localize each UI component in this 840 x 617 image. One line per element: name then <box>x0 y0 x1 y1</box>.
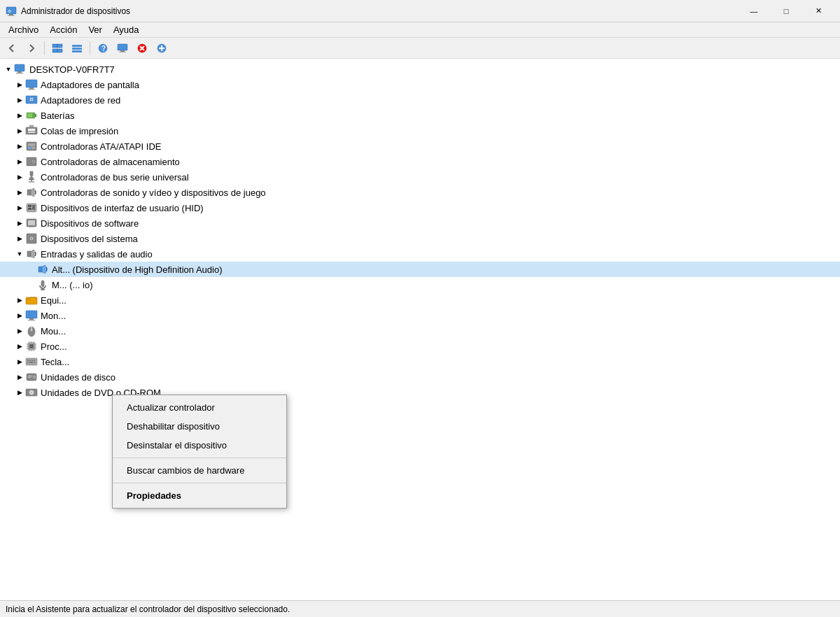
context-menu-separator-1 <box>113 458 286 458</box>
svg-rect-13 <box>118 44 127 50</box>
title-bar-controls: — □ ✕ <box>738 0 834 22</box>
item-icon <box>25 325 38 337</box>
expand-icon[interactable]: ▶ <box>14 156 25 167</box>
svg-rect-48 <box>29 181 34 183</box>
tree-item-procesadores[interactable]: ▶ <box>0 339 840 354</box>
expand-icon[interactable] <box>25 264 36 275</box>
context-menu-item-deshabilitar[interactable]: Deshabilitar dispositivo <box>113 417 286 436</box>
expand-icon[interactable]: ▶ <box>14 310 25 321</box>
context-menu-item-propiedades[interactable]: Propiedades <box>113 486 286 505</box>
tree-item-altavoz[interactable]: Alt... (Dispositivo de High Definition A… <box>0 262 840 277</box>
svg-rect-4 <box>52 44 57 48</box>
context-menu-item-actualizar[interactable]: Actualizar controlador <box>113 398 286 417</box>
tree-container[interactable]: ▼ DESKTOP-V0FR7T7 ▶ <box>0 59 840 600</box>
tree-item-controladoras-sonido[interactable]: ▶ Controladoras de sonido y vídeo y disp… <box>0 185 840 200</box>
svg-rect-34 <box>27 113 32 118</box>
context-menu-item-desinstalar[interactable]: Desinstalar el dispositivo <box>113 436 286 455</box>
root-expand-icon[interactable]: ▼ <box>3 64 14 75</box>
menu-item-ver[interactable]: Ver <box>83 23 108 36</box>
expand-icon[interactable]: ▶ <box>14 125 25 136</box>
item-icon <box>25 125 38 137</box>
minimize-button[interactable]: — <box>738 0 770 22</box>
menu-item-accion[interactable]: Acción <box>44 23 83 36</box>
expand-icon[interactable]: ▶ <box>14 341 25 352</box>
scan-button[interactable] <box>153 40 171 57</box>
tree-item-dispositivos-sistema[interactable]: ▶ Dispositivos del sistema <box>0 231 840 246</box>
expand-icon[interactable]: ▶ <box>14 387 25 398</box>
tree-item-unidades-disco[interactable]: ▶ Unidades de disco <box>0 369 840 385</box>
svg-rect-93 <box>34 360 35 361</box>
svg-text:?: ? <box>102 45 106 52</box>
tree-root[interactable]: ▼ DESKTOP-V0FR7T7 <box>0 62 840 77</box>
svg-rect-2 <box>8 15 15 16</box>
tree-item-controladoras-ata[interactable]: ▶ Controladoras ATA/ATAPI IDE <box>0 139 840 154</box>
tree-item-dispositivos-software[interactable]: ▶ Dispositivos de software <box>0 215 840 231</box>
expand-icon[interactable]: ▶ <box>14 295 25 306</box>
title-bar-icon: ⚙ <box>6 6 17 17</box>
expand-icon[interactable]: ▶ <box>14 141 25 152</box>
tree-item-monitores[interactable]: ▶ Mon... <box>0 308 840 323</box>
back-button[interactable] <box>3 40 21 57</box>
tree-item-microfono[interactable]: M... (... io) <box>0 277 840 292</box>
item-icon <box>36 278 49 291</box>
tree-item-adaptadores-pantalla[interactable]: ▶ Adaptadores de pantalla <box>0 77 840 92</box>
computer-button[interactable] <box>113 40 132 57</box>
item-icon <box>25 186 38 199</box>
svg-rect-94 <box>27 362 29 363</box>
svg-rect-8 <box>72 45 82 47</box>
item-icon <box>25 78 38 91</box>
item-icon <box>25 309 38 322</box>
item-label: Adaptadores de pantalla <box>41 80 139 90</box>
menu-item-archivo[interactable]: Archivo <box>3 23 44 36</box>
tree-item-equipo[interactable]: ▶ Equi... <box>0 292 840 308</box>
tree-item-mouse[interactable]: ▶ Mou... <box>0 323 840 339</box>
item-label: Dispositivos de interfaz de usuario (HID… <box>41 203 204 213</box>
tree-item-adaptadores-red[interactable]: ▶ Adaptadores de red <box>0 92 840 108</box>
context-menu-item-buscar[interactable]: Buscar cambios de hardware <box>113 461 286 480</box>
item-label: Proc... <box>41 341 67 352</box>
menu-item-ayuda[interactable]: Ayuda <box>108 23 145 36</box>
tree-item-controladoras-almacenamiento[interactable]: ▶ Controladoras de almacenamiento <box>0 154 840 169</box>
tree-item-colas-impresion[interactable]: ▶ Colas de impresión <box>0 123 840 139</box>
svg-rect-41 <box>28 147 31 149</box>
forward-button[interactable] <box>22 40 41 57</box>
list-view-button[interactable] <box>68 40 86 57</box>
expand-icon[interactable]: ▶ <box>14 94 25 106</box>
svg-point-104 <box>31 392 32 393</box>
expand-icon[interactable] <box>25 279 36 290</box>
svg-rect-46 <box>30 171 33 176</box>
item-label: Controladoras de almacenamiento <box>41 157 180 167</box>
properties-button[interactable]: ? <box>94 40 112 57</box>
svg-rect-9 <box>72 48 82 50</box>
svg-rect-22 <box>15 64 24 71</box>
expand-icon[interactable]: ▼ <box>14 248 25 260</box>
tree-item-entradas-salidas[interactable]: ▼ Entradas y salidas de audio <box>0 246 840 262</box>
expand-icon[interactable]: ▶ <box>14 356 25 367</box>
expand-icon[interactable]: ▶ <box>14 325 25 336</box>
expand-icon[interactable]: ▶ <box>14 79 25 90</box>
tree-item-controladoras-bus[interactable]: ▶ Controladoras de bus serie universal <box>0 169 840 185</box>
expand-icon[interactable]: ▶ <box>14 233 25 244</box>
expand-icon[interactable]: ▶ <box>14 187 25 198</box>
tree-view-button[interactable] <box>48 40 66 57</box>
tree-item-dispositivos-hid[interactable]: ▶ Dispositivos de interfaz de usuario (H… <box>0 200 840 215</box>
close-button[interactable]: ✕ <box>802 0 834 22</box>
expand-icon[interactable]: ▶ <box>14 202 25 213</box>
uninstall-button[interactable] <box>133 40 151 57</box>
tree-item-teclado[interactable]: ▶ Tecla... <box>0 354 840 369</box>
svg-point-45 <box>33 161 34 162</box>
item-icon <box>25 294 38 306</box>
item-label: Dispositivos de software <box>41 218 139 229</box>
svg-rect-36 <box>28 129 35 131</box>
maximize-button[interactable]: □ <box>770 0 802 22</box>
expand-icon[interactable]: ▶ <box>14 171 25 183</box>
expand-icon[interactable]: ▶ <box>14 110 25 121</box>
item-label: Unidades de disco <box>41 372 115 383</box>
item-icon <box>25 371 38 383</box>
item-icon <box>25 355 38 368</box>
svg-rect-14 <box>120 50 125 52</box>
expand-icon[interactable]: ▶ <box>14 371 25 383</box>
expand-icon[interactable]: ▶ <box>14 218 25 229</box>
svg-rect-92 <box>31 360 33 361</box>
tree-item-baterias[interactable]: ▶ Baterías <box>0 108 840 123</box>
